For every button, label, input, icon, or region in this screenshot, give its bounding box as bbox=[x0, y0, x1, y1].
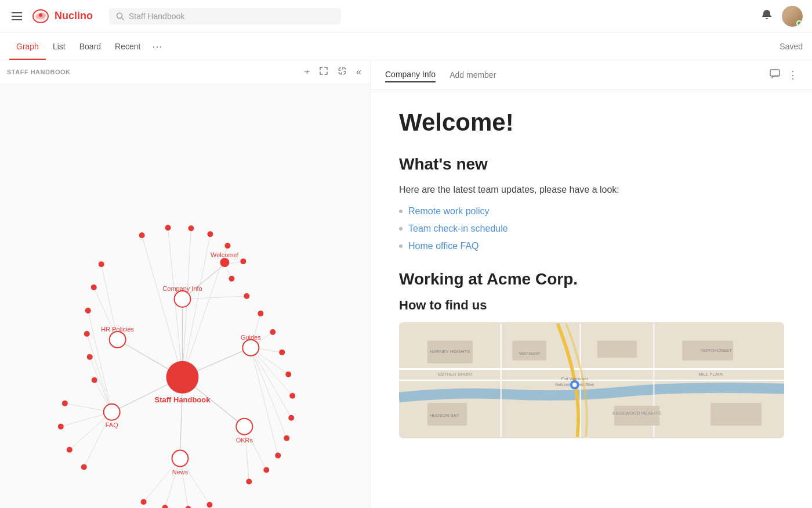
user-avatar[interactable] bbox=[782, 6, 803, 27]
graph-svg: Staff Handbook Company Info Welcome! HR … bbox=[0, 84, 371, 508]
svg-text:Guides: Guides bbox=[241, 334, 261, 341]
svg-point-48 bbox=[99, 261, 104, 267]
tab-recent[interactable]: Recent bbox=[108, 34, 147, 59]
expand-button[interactable] bbox=[317, 65, 331, 79]
svg-point-54 bbox=[62, 401, 68, 406]
svg-line-40 bbox=[183, 296, 247, 299]
main-tabs: Graph List Board Recent ⋯ Saved bbox=[0, 33, 812, 60]
tab-list[interactable]: List bbox=[46, 34, 72, 59]
comments-button[interactable] bbox=[769, 68, 781, 82]
map-container: HARNEY HEIGHTS NORTHCREST ESTHER SHORT M… bbox=[399, 322, 784, 438]
home-office-link[interactable]: Home office FAQ bbox=[408, 241, 479, 251]
svg-text:NORTHCREST: NORTHCREST bbox=[701, 348, 732, 353]
svg-rect-100 bbox=[597, 341, 637, 358]
svg-point-87 bbox=[236, 419, 252, 435]
svg-point-71 bbox=[258, 311, 263, 316]
svg-point-60 bbox=[186, 506, 191, 508]
svg-point-63 bbox=[263, 467, 269, 473]
svg-text:HARNEY HEIGHTS: HARNEY HEIGHTS bbox=[430, 349, 470, 354]
svg-point-85 bbox=[104, 404, 120, 420]
map-image: HARNEY HEIGHTS NORTHCREST ESTHER SHORT M… bbox=[399, 322, 784, 438]
hamburger-button[interactable] bbox=[9, 10, 24, 23]
remote-work-link[interactable]: Remote work policy bbox=[408, 206, 490, 217]
svg-text:Fort Vancouver: Fort Vancouver bbox=[561, 377, 589, 381]
svg-point-74 bbox=[240, 258, 246, 264]
panel-title: STAFF HANDBOOK bbox=[7, 69, 302, 75]
svg-text:FAQ: FAQ bbox=[106, 421, 118, 428]
panel-header: STAFF HANDBOOK + « bbox=[0, 60, 371, 84]
graph-canvas[interactable]: Staff Handbook Company Info Welcome! HR … bbox=[0, 84, 371, 508]
tab-graph[interactable]: Graph bbox=[9, 34, 46, 59]
svg-point-70 bbox=[270, 329, 276, 335]
logo-area[interactable]: Nuclino bbox=[31, 7, 93, 26]
logo-icon bbox=[31, 7, 50, 26]
svg-text:News: News bbox=[172, 469, 188, 475]
svg-text:MILL PLAIN: MILL PLAIN bbox=[698, 372, 723, 377]
svg-text:ESTHER SHORT: ESTHER SHORT bbox=[438, 372, 473, 377]
svg-point-50 bbox=[85, 308, 91, 314]
svg-rect-103 bbox=[614, 406, 659, 426]
content-header-actions: ⋮ bbox=[769, 68, 798, 82]
main-layout: STAFF HANDBOOK + « bbox=[0, 60, 812, 508]
svg-point-53 bbox=[92, 377, 97, 383]
svg-point-59 bbox=[162, 505, 168, 508]
svg-line-25 bbox=[84, 412, 112, 467]
bullet-dot bbox=[399, 244, 403, 248]
online-indicator bbox=[796, 20, 802, 26]
svg-text:Staff Handbook: Staff Handbook bbox=[155, 395, 211, 404]
list-item: Home office FAQ bbox=[399, 241, 784, 251]
content-header: Company Info Add member ⋮ bbox=[371, 60, 812, 90]
whats-new-heading: What's new bbox=[399, 155, 784, 174]
add-member-link[interactable]: Add member bbox=[449, 70, 496, 80]
svg-line-11 bbox=[142, 235, 183, 377]
collapse-button[interactable] bbox=[335, 65, 349, 79]
updates-list: Remote work policy Team check-in schedul… bbox=[399, 206, 784, 251]
svg-rect-104 bbox=[710, 403, 762, 426]
search-bar[interactable]: Staff Handbook bbox=[109, 8, 341, 24]
svg-text:Vancouver: Vancouver bbox=[519, 351, 540, 356]
tab-company-info[interactable]: Company Info bbox=[385, 67, 436, 82]
bullet-dot bbox=[399, 210, 403, 213]
hide-panel-button[interactable]: « bbox=[354, 66, 364, 78]
add-item-button[interactable]: + bbox=[302, 66, 312, 78]
svg-line-34 bbox=[251, 348, 291, 418]
svg-point-56 bbox=[67, 447, 72, 453]
svg-point-57 bbox=[81, 464, 87, 470]
tab-more-button[interactable]: ⋯ bbox=[147, 35, 167, 57]
tab-board[interactable]: Board bbox=[72, 34, 108, 59]
svg-point-62 bbox=[246, 479, 252, 485]
svg-point-46 bbox=[207, 231, 213, 237]
svg-point-72 bbox=[244, 293, 249, 299]
working-heading: Working at Acme Corp. bbox=[399, 270, 784, 289]
more-options-button[interactable]: ⋮ bbox=[788, 68, 798, 82]
team-checkin-link[interactable]: Team check-in schedule bbox=[408, 224, 508, 234]
svg-point-89 bbox=[172, 451, 188, 467]
bullet-dot bbox=[399, 227, 403, 230]
list-item: Team check-in schedule bbox=[399, 224, 784, 234]
svg-text:Welcome!: Welcome! bbox=[211, 251, 239, 258]
svg-point-115 bbox=[572, 383, 577, 387]
content-body: Welcome! What's new Here are the latest … bbox=[371, 90, 812, 457]
notification-bell[interactable] bbox=[761, 9, 773, 23]
svg-point-47 bbox=[224, 243, 230, 248]
svg-line-33 bbox=[251, 348, 287, 438]
svg-text:HR Policies: HR Policies bbox=[101, 326, 134, 333]
svg-point-49 bbox=[91, 284, 97, 290]
svg-point-45 bbox=[188, 225, 194, 231]
svg-text:Company Info: Company Info bbox=[162, 285, 202, 292]
svg-point-1 bbox=[39, 13, 42, 17]
svg-point-55 bbox=[58, 424, 64, 430]
header-right bbox=[761, 6, 803, 27]
svg-point-43 bbox=[139, 232, 145, 238]
panel-actions: + « bbox=[302, 65, 364, 79]
logo-text: Nuclino bbox=[55, 10, 93, 22]
svg-point-51 bbox=[84, 331, 90, 337]
list-item: Remote work policy bbox=[399, 206, 784, 217]
svg-point-73 bbox=[229, 276, 234, 282]
svg-point-61 bbox=[206, 502, 212, 507]
svg-point-44 bbox=[165, 225, 171, 230]
svg-point-58 bbox=[141, 499, 147, 505]
svg-point-67 bbox=[289, 393, 295, 399]
svg-text:OKRs: OKRs bbox=[236, 437, 253, 444]
svg-point-79 bbox=[220, 258, 229, 267]
